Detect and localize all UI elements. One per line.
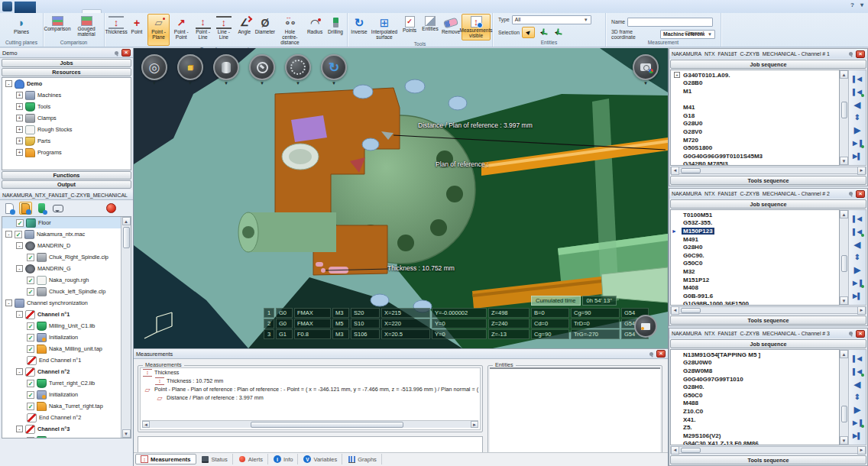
channel-3-hscrollbar[interactable] <box>670 446 866 454</box>
tree-row[interactable]: + Parts <box>2 135 131 147</box>
tree-checkbox[interactable]: ✓ <box>27 345 34 353</box>
code-line[interactable]: Z10.C0 <box>671 407 839 416</box>
scroll-up-icon[interactable] <box>122 217 131 225</box>
channel-3-vscrollbar[interactable] <box>840 349 849 445</box>
code-line[interactable]: G50C0 <box>671 391 839 400</box>
active-document-button[interactable] <box>19 202 32 215</box>
scroll-left-icon[interactable] <box>671 167 679 175</box>
simulation-document-button[interactable] <box>3 202 16 215</box>
tree-expander[interactable]: - <box>16 426 23 432</box>
code-line[interactable]: G28U0W0 <box>671 359 839 367</box>
channel-2-code[interactable]: T0100M51 G53Z-355. M150P123 M491 G28H0 <box>670 209 840 306</box>
scroll-right-icon[interactable] <box>857 306 866 315</box>
code-line[interactable] <box>671 95 839 104</box>
ribbon-tab[interactable] <box>15 2 36 13</box>
channel-1-code[interactable]: + G340T0101.A09. G28B0 M1 M41 <box>670 70 840 166</box>
ribbon-button[interactable]: Interpolated surface <box>370 14 399 40</box>
ribbon-button[interactable]: Hole centre-distance <box>276 14 304 46</box>
code-line[interactable]: G28B0 <box>671 79 839 88</box>
tree-row[interactable]: + Clamps <box>2 112 131 124</box>
ribbon-button[interactable]: Point <box>127 14 147 46</box>
code-line[interactable]: G28W0M8 <box>671 367 839 375</box>
tree-checkbox[interactable]: ✓ <box>27 380 34 387</box>
measurements-hscrollbar[interactable] <box>142 420 478 428</box>
tree-row[interactable]: ✓ Turret_right_C2.lib <box>2 377 121 389</box>
type-select[interactable]: All▼ <box>512 15 591 24</box>
bottom-tab[interactable]: Measurements <box>135 454 196 464</box>
viewport-tool-button[interactable] <box>249 54 275 80</box>
ribbon-button[interactable]: Measurements visible <box>462 14 491 40</box>
player-button[interactable] <box>850 73 865 85</box>
tree-row[interactable]: ✓ End Channel n°2 <box>2 412 121 423</box>
ribbon-button[interactable]: Angle <box>235 14 254 46</box>
close-icon[interactable]: × <box>856 330 865 338</box>
tree-expander[interactable]: + <box>16 92 23 99</box>
tree-expander[interactable]: + <box>16 126 23 133</box>
pin-icon[interactable] <box>113 50 120 57</box>
tree-expander[interactable]: - <box>5 80 12 87</box>
chevron-down-icon[interactable]: ▼ <box>188 81 193 86</box>
ribbon-tab[interactable] <box>82 9 102 13</box>
tree-row[interactable]: ✓ Chuk_Right_Spindle.clp <box>2 251 121 263</box>
help-button[interactable]: ? <box>850 2 854 8</box>
tree-row[interactable]: - ✓ MANDRIN_D <box>2 240 121 251</box>
code-line[interactable]: G1G98B-1000.36F1500 <box>671 300 839 306</box>
close-icon[interactable]: × <box>856 50 865 58</box>
name-input[interactable] <box>627 18 713 27</box>
code-line[interactable]: T0100M51 <box>671 211 839 219</box>
tree-row[interactable]: - Demo <box>2 78 131 89</box>
scroll-thumb[interactable] <box>841 102 847 118</box>
ribbon-tab[interactable] <box>42 10 60 13</box>
tree-row[interactable]: ✓ Chuck_left_Spindle.clp <box>2 286 121 297</box>
code-line[interactable]: G50S1800 <box>671 144 839 152</box>
tree-checkbox[interactable]: ✓ <box>16 219 24 227</box>
scroll-down-icon[interactable] <box>840 436 848 445</box>
code-line[interactable]: M720 <box>671 136 839 144</box>
tree-row[interactable]: ✓ Naka_rough.rgh <box>2 274 121 286</box>
player-button[interactable] <box>850 277 865 289</box>
tool-manager-button[interactable] <box>35 202 48 215</box>
scroll-down-icon[interactable] <box>122 429 131 438</box>
code-line[interactable]: Z5. <box>671 423 839 432</box>
tree-expander[interactable]: - <box>5 299 12 306</box>
player-button[interactable] <box>850 391 865 403</box>
chevron-down-icon[interactable]: ▼ <box>296 81 300 86</box>
scroll-left-icon[interactable] <box>671 446 679 455</box>
ribbon-button[interactable]: Line - Line <box>214 14 234 46</box>
code-line[interactable]: G18 <box>671 112 839 120</box>
ribbon-button[interactable]: Point - Plane <box>147 14 170 46</box>
scroll-left-icon[interactable] <box>671 306 679 315</box>
code-line[interactable]: M29S106(V2) <box>671 432 839 440</box>
scroll-up-icon[interactable] <box>840 210 848 218</box>
tree-checkbox[interactable]: ✓ <box>15 231 22 238</box>
tree-expander[interactable]: - <box>16 311 23 318</box>
tools-sequence-bar[interactable]: Tools sequence <box>670 316 866 325</box>
channel-3-code[interactable]: N13M91G54[TAPPING M5 ] G28U0W0 G28W0M8 G… <box>670 349 840 445</box>
ribbon-collapse-button[interactable]: ▾ <box>860 2 863 8</box>
code-line[interactable]: M151P12 <box>671 276 839 284</box>
code-line[interactable]: M408 <box>671 283 839 292</box>
screenshot-button[interactable] <box>633 54 659 80</box>
tree-row[interactable]: - ✓ Channel n°2 <box>2 366 121 377</box>
ribbon-button[interactable]: Thickness <box>106 14 126 46</box>
code-line[interactable]: M41 <box>671 103 839 112</box>
player-button[interactable] <box>850 430 865 442</box>
close-icon[interactable]: × <box>656 350 666 358</box>
ribbon-button[interactable]: Points <box>400 14 419 40</box>
player-button[interactable] <box>850 99 865 111</box>
bottom-tab[interactable]: Graphs <box>343 454 382 464</box>
player-button[interactable] <box>850 264 865 276</box>
tree-row[interactable]: ✓ Initialization <box>2 332 121 343</box>
player-button[interactable] <box>850 404 865 416</box>
tree-expander[interactable]: - <box>5 231 12 238</box>
scroll-right-icon[interactable] <box>857 167 866 175</box>
scroll-thumb[interactable] <box>123 227 130 248</box>
player-button[interactable] <box>850 290 865 302</box>
channel-2-vscrollbar[interactable] <box>840 209 849 306</box>
player-button[interactable] <box>850 150 865 162</box>
tree-expander[interactable]: - <box>16 368 23 375</box>
tree-row[interactable]: ✓ End Channel n°1 <box>2 354 121 366</box>
player-button[interactable] <box>850 251 865 263</box>
job-sequence-bar[interactable]: Job sequence <box>670 60 866 69</box>
code-line[interactable]: M150P123 <box>671 227 839 235</box>
